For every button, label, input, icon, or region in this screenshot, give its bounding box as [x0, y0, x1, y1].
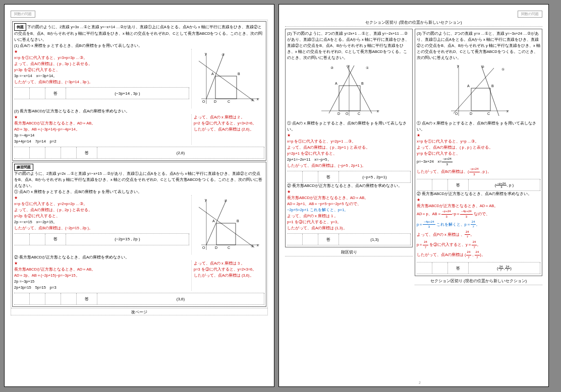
eq-x: p=−3x+24 x=−p+243	[417, 159, 453, 164]
star-icon: ★	[14, 115, 18, 119]
answer-b: (−p+243 , p )	[469, 179, 540, 190]
svg-text:②: ②	[481, 65, 484, 69]
svg-text:y: y	[205, 52, 207, 56]
svg-text:A: A	[467, 84, 470, 88]
svg-text:C: C	[228, 246, 230, 249]
answer-row: 答 (−3p+14 , 3p )	[14, 87, 189, 99]
problem-3: (3) 下の図のように、2つの直線 y=x …①と、直線 y=−3x+24 …②…	[415, 29, 542, 276]
svg-line-17	[199, 207, 254, 247]
star-icon: ★	[417, 198, 420, 202]
graph-2: AB CD Oxy ①②	[196, 197, 262, 252]
answer-row: 答 (1,3)	[287, 233, 411, 245]
svg-text:A: A	[212, 219, 215, 223]
star-icon: ★	[14, 195, 18, 200]
two-column: (2) 下の図のように、2つの直線 y=2x+1 …①と、直線 y=−2x+11…	[285, 29, 542, 287]
svg-text:B: B	[238, 72, 240, 76]
graph-3: AB CD Oxy ①②	[316, 63, 382, 118]
sol1: ★ x=p を①に代入すると、y=3×p=3p …③。 よって、点Aの座標は、(…	[14, 49, 189, 85]
svg-text:O: O	[202, 100, 205, 103]
sub-y: p＝247 を③に代入すると、y＝247。	[417, 242, 481, 247]
star-icon: ★	[287, 189, 291, 194]
section-break: セクション区切り (現在の位置から新しいセクション)	[285, 20, 542, 27]
px: よって、点Pの x 座標は 、247。	[417, 232, 474, 237]
answer-row: 答 (2,6)	[14, 147, 264, 159]
svg-line-3	[199, 61, 254, 101]
svg-text:y: y	[205, 198, 207, 202]
column-break: 段区切り	[285, 249, 413, 256]
svg-text:C: C	[487, 112, 490, 115]
svg-text:B: B	[491, 84, 494, 88]
page-break: 改ページ	[11, 308, 267, 315]
page-2: 関数の問題 セクション区切り (現在の位置から新しいセクション) (2) 下の図…	[278, 4, 549, 387]
svg-text:D: D	[215, 246, 217, 249]
answer-row: 答 (247 , 247)	[417, 262, 540, 274]
kotae-label: 答	[45, 88, 66, 99]
svg-text:C: C	[358, 112, 360, 115]
renshu-label: 練習問題	[14, 164, 33, 171]
section-break-2: セクション区切り (現在の位置から新しいセクション)	[415, 278, 542, 285]
svg-text:①: ①	[366, 66, 369, 70]
answer-row: 答 (−p+243 , p )	[417, 179, 540, 191]
svg-text:x: x	[257, 243, 259, 247]
header-right: 関数の問題	[518, 11, 542, 18]
reidai-label: 例題	[14, 23, 26, 31]
svg-text:O: O	[346, 112, 349, 115]
svg-text:O: O	[455, 112, 458, 115]
sol2-right: よって、点Aの x 座標は 2 。 p=2 を③に代入すると、y=3×2=6。 …	[192, 114, 264, 145]
page-content: 例題 下の図のように、2直線 y=3x …①と直線 y=−x+14 …②があり、…	[11, 20, 268, 315]
svg-rect-46	[471, 88, 490, 111]
svg-text:B: B	[237, 219, 239, 223]
svg-text:D: D	[214, 100, 216, 103]
answer-2: (2,6)	[97, 147, 264, 158]
reidai-box: 例題 下の図のように、2直線 y=3x …①と直線 y=−x+14 …②があり、…	[12, 21, 266, 161]
svg-text:O: O	[202, 246, 205, 249]
answer-row: 答 (−2p+15 , 2p )	[14, 233, 189, 245]
q2: (2) 長方形ABCDが正方形となるとき、点Aの座標を求めなさい。	[14, 108, 264, 114]
svg-text:x: x	[377, 109, 379, 113]
svg-text:A: A	[335, 82, 338, 85]
svg-line-31	[347, 66, 372, 113]
star-icon: ★	[14, 49, 18, 54]
a-coord: したがって、点Aの座標は (247 , 247)。	[417, 252, 485, 257]
svg-text:x: x	[507, 109, 509, 113]
graph-1: AB CD Oxy ①②	[196, 51, 262, 106]
svg-text:②: ②	[251, 98, 254, 102]
svg-text:D: D	[338, 112, 340, 115]
ad-ab: AD＝p、AB＝−p+243−p＝−4p+243 なので、	[417, 212, 490, 216]
svg-rect-32	[339, 86, 360, 111]
b-coord: したがって、点Bの座標は、(−p+243 , p )。	[417, 169, 491, 174]
renshu-box: 練習問題 下の図のように、2直線 y=2x …①と直線 y=−x+15 …②があ…	[12, 162, 266, 307]
reidai-question: 例題 下の図のように、2直線 y=3x …①と直線 y=−x+14 …②があり、…	[14, 23, 264, 43]
answer-1: (−3p+14 , 3p )	[66, 88, 189, 99]
problem-2: (2) 下の図のように、2つの直線 y=2x+1 …①と、直線 y=−2x+11…	[285, 29, 413, 247]
answer-row: 答 (−p+5 , 2p+1)	[287, 171, 411, 183]
svg-text:C: C	[228, 100, 230, 103]
svg-text:①: ①	[501, 68, 504, 71]
answer-row: 答 (3,6)	[14, 293, 264, 305]
svg-text:②: ②	[330, 66, 333, 70]
q1: (1) 点Aの x 座標を p とするとき、点Bの座標を p を用いて表しなさい…	[14, 43, 264, 49]
svg-text:y: y	[457, 64, 459, 68]
svg-text:y: y	[348, 64, 350, 68]
svg-line-45	[481, 66, 499, 116]
page-number: 2	[285, 381, 554, 384]
graph-4: AB CD Oxy ①②	[446, 63, 512, 118]
star-icon: ★	[14, 261, 18, 266]
svg-text:①: ①	[221, 53, 225, 56]
star-icon: ★	[287, 133, 291, 138]
svg-text:D: D	[470, 112, 472, 115]
sol2-left: ★ 長方形ABCDが正方形となるとき、AD＝AB。 AD＝3p、AB＝(−3p+…	[14, 114, 192, 145]
answer-a: (247 , 247)	[469, 263, 540, 274]
svg-rect-18	[216, 223, 236, 245]
page-1: 関数の問題 例題 下の図のように、2直線 y=3x …①と直線 y=−x+14 …	[4, 4, 274, 387]
page-header: 関数の問題	[11, 11, 268, 18]
svg-rect-4	[215, 76, 237, 99]
svg-text:A: A	[211, 72, 214, 76]
svg-text:①: ①	[224, 199, 227, 203]
svg-text:x: x	[257, 97, 259, 101]
svg-text:②: ②	[251, 244, 254, 248]
solve-p: p＝−4p+243 これを解くと、p＝247。	[417, 222, 480, 227]
svg-line-44	[454, 68, 494, 113]
header-left: 関数の問題	[11, 11, 35, 18]
star-icon: ★	[417, 133, 420, 138]
